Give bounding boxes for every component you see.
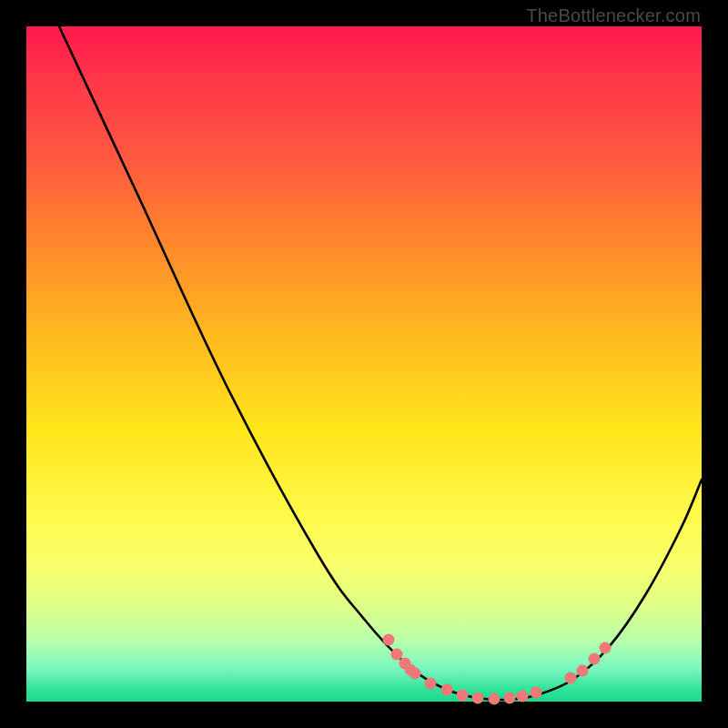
chart-svg — [26, 26, 702, 702]
data-point — [410, 668, 421, 680]
data-point — [577, 665, 589, 677]
data-point — [489, 693, 500, 705]
data-point — [600, 642, 612, 654]
plot-area — [26, 26, 702, 702]
marker-group — [383, 634, 612, 705]
data-point — [517, 691, 529, 703]
data-point — [425, 678, 437, 690]
data-point — [565, 672, 577, 684]
data-point — [441, 684, 453, 696]
data-point — [391, 649, 403, 661]
data-point — [472, 693, 484, 704]
data-point — [504, 693, 516, 704]
data-point — [457, 690, 469, 702]
bottleneck-curve — [59, 26, 702, 700]
data-point — [589, 653, 601, 665]
chart-frame: TheBottlenecker.com — [0, 0, 728, 728]
data-point — [531, 687, 542, 699]
data-point — [383, 634, 395, 646]
attribution-label: TheBottlenecker.com — [526, 5, 701, 26]
